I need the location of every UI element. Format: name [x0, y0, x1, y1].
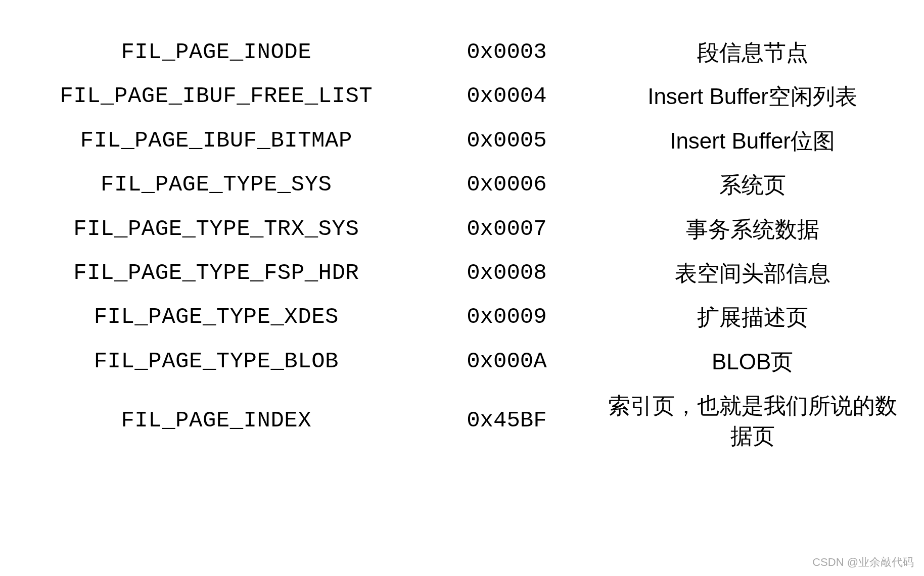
- page-type-hex: 0x0009: [418, 295, 596, 339]
- page-type-desc: 扩展描述页: [596, 295, 909, 339]
- table-row: FIL_PAGE_TYPE_SYS 0x0006 系统页: [15, 163, 909, 207]
- page-type-name: FIL_PAGE_IBUF_FREE_LIST: [15, 74, 418, 118]
- page-type-name: FIL_PAGE_IBUF_BITMAP: [15, 119, 418, 163]
- table-row: FIL_PAGE_TYPE_FSP_HDR 0x0008 表空间头部信息: [15, 251, 909, 295]
- page-type-name: FIL_PAGE_TYPE_FSP_HDR: [15, 251, 418, 295]
- table-row: FIL_PAGE_IBUF_FREE_LIST 0x0004 Insert Bu…: [15, 74, 909, 118]
- table-row: FIL_PAGE_TYPE_XDES 0x0009 扩展描述页: [15, 295, 909, 339]
- page-type-desc: 段信息节点: [596, 30, 909, 74]
- page-type-desc: 事务系统数据: [596, 207, 909, 251]
- page-type-name: FIL_PAGE_TYPE_SYS: [15, 163, 418, 207]
- table-row: FIL_PAGE_INDEX 0x45BF 索引页，也就是我们所说的数据页: [15, 383, 909, 458]
- page-type-name: FIL_PAGE_INODE: [15, 30, 418, 74]
- table-row: FIL_PAGE_INODE 0x0003 段信息节点: [15, 30, 909, 74]
- page-type-name: FIL_PAGE_TYPE_XDES: [15, 295, 418, 339]
- table-row: FIL_PAGE_TYPE_TRX_SYS 0x0007 事务系统数据: [15, 207, 909, 251]
- page-type-desc: 索引页，也就是我们所说的数据页: [596, 383, 909, 458]
- page-type-table: FIL_PAGE_INODE 0x0003 段信息节点 FIL_PAGE_IBU…: [15, 30, 909, 458]
- page-type-name: FIL_PAGE_INDEX: [15, 383, 418, 458]
- page-type-hex: 0x0008: [418, 251, 596, 295]
- page-type-hex: 0x0003: [418, 30, 596, 74]
- page-type-hex: 0x0006: [418, 163, 596, 207]
- page-type-hex: 0x0005: [418, 119, 596, 163]
- page-type-hex: 0x0004: [418, 74, 596, 118]
- page-type-desc: 表空间头部信息: [596, 251, 909, 295]
- page-type-hex: 0x0007: [418, 207, 596, 251]
- table-row: FIL_PAGE_IBUF_BITMAP 0x0005 Insert Buffe…: [15, 119, 909, 163]
- page-type-desc: Insert Buffer位图: [596, 119, 909, 163]
- page-type-desc: 系统页: [596, 163, 909, 207]
- page-type-name: FIL_PAGE_TYPE_TRX_SYS: [15, 207, 418, 251]
- table-row: FIL_PAGE_TYPE_BLOB 0x000A BLOB页: [15, 340, 909, 383]
- watermark-text: CSDN @业余敲代码: [812, 555, 914, 570]
- page-type-hex: 0x45BF: [418, 383, 596, 458]
- page-type-desc: BLOB页: [596, 340, 909, 383]
- page-type-hex: 0x000A: [418, 340, 596, 383]
- page-type-desc: Insert Buffer空闲列表: [596, 74, 909, 118]
- page-type-name: FIL_PAGE_TYPE_BLOB: [15, 340, 418, 383]
